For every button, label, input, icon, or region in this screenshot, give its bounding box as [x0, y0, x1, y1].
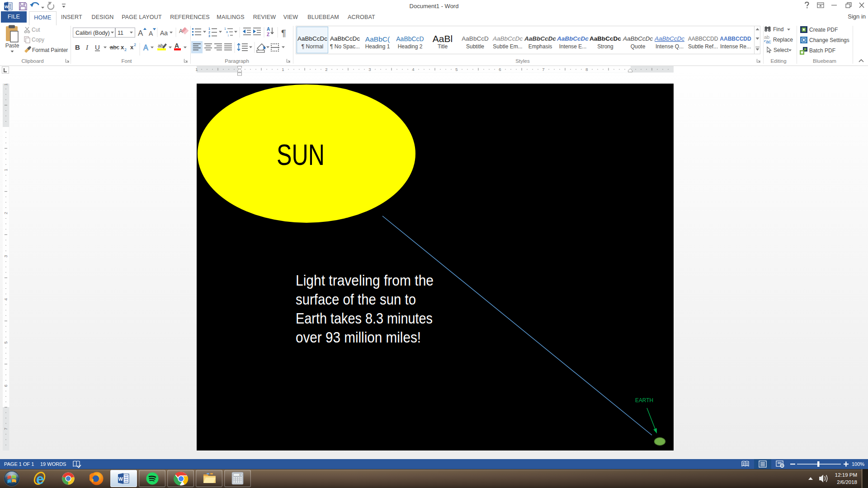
svg-text:Emphasis: Emphasis: [528, 43, 552, 50]
svg-text:Change Settings: Change Settings: [809, 37, 849, 43]
svg-text:6: 6: [3, 385, 8, 387]
svg-text:Intense Q...: Intense Q...: [656, 43, 684, 50]
svg-text:2: 2: [134, 42, 136, 47]
svg-text:AABBCCDD: AABBCCDD: [720, 36, 751, 42]
svg-text:Subtle Em...: Subtle Em...: [493, 43, 522, 50]
svg-text:AaBbCcDc: AaBbCcDc: [524, 35, 556, 42]
svg-text:Find: Find: [773, 26, 783, 33]
svg-text:Intense E...: Intense E...: [559, 43, 587, 50]
svg-text:B: B: [75, 43, 80, 51]
svg-text:A: A: [149, 30, 153, 37]
svg-text:3: 3: [3, 255, 8, 257]
svg-text:¶ No Spac...: ¶ No Spac...: [330, 43, 360, 50]
svg-text:AaBbCcDc: AaBbCcDc: [297, 35, 327, 42]
svg-text:a: a: [226, 30, 228, 33]
svg-text:I: I: [85, 44, 89, 51]
svg-text:AaBbCcDc: AaBbCcDc: [623, 35, 653, 42]
svg-text:i: i: [228, 34, 229, 37]
svg-text:AABBCCDD: AABBCCDD: [688, 36, 718, 42]
svg-text:EARTH: EARTH: [635, 397, 653, 404]
svg-text:A: A: [175, 42, 179, 49]
svg-text:Light traveling from the: Light traveling from the: [296, 272, 434, 289]
svg-text:12:19 PM: 12:19 PM: [835, 472, 857, 478]
svg-text:Format Painter: Format Painter: [32, 47, 68, 53]
svg-text:AaBbCcDc: AaBbCcDc: [654, 35, 684, 42]
svg-text:Paste: Paste: [5, 42, 19, 49]
svg-text:AaBbCcDc: AaBbCcDc: [557, 35, 589, 42]
svg-text:AaBbCcD: AaBbCcD: [462, 35, 489, 42]
svg-text:x: x: [130, 44, 134, 51]
svg-text:11: 11: [118, 30, 123, 36]
svg-text:7: 7: [542, 67, 544, 72]
svg-text:Subtitle: Subtitle: [466, 43, 484, 50]
svg-text:Heading 2: Heading 2: [398, 43, 423, 50]
svg-text:4: 4: [412, 67, 414, 72]
svg-text:1: 1: [3, 169, 8, 171]
svg-text:Batch PDF: Batch PDF: [809, 47, 835, 54]
svg-text:0: 0: [239, 474, 241, 476]
svg-text:Title: Title: [438, 43, 448, 50]
svg-text:Earth takes 8.3 minutes: Earth takes 8.3 minutes: [296, 310, 433, 327]
svg-text:2: 2: [208, 31, 210, 34]
svg-text:Calibri (Body): Calibri (Body): [75, 30, 110, 36]
svg-text:AaBbCcDc: AaBbCcDc: [330, 35, 360, 42]
svg-text:AaBl: AaBl: [433, 33, 453, 44]
svg-text:Quote: Quote: [631, 43, 646, 50]
svg-text:e: e: [36, 471, 44, 486]
svg-text:AaBbCcDc: AaBbCcDc: [590, 35, 621, 42]
svg-text:2: 2: [3, 212, 8, 214]
svg-text:AaBbCcD: AaBbCcD: [396, 35, 424, 42]
svg-text:1: 1: [3, 83, 8, 85]
svg-text:3: 3: [208, 34, 210, 38]
svg-text:5: 5: [3, 341, 8, 343]
svg-text:¶ Normal: ¶ Normal: [302, 43, 323, 50]
svg-text:A: A: [138, 29, 143, 38]
svg-text:SUN: SUN: [277, 139, 325, 171]
svg-text:U: U: [95, 43, 100, 51]
svg-text:Select: Select: [774, 47, 789, 53]
svg-text:6: 6: [499, 67, 501, 72]
svg-text:W: W: [5, 5, 9, 9]
svg-text:ac: ac: [766, 39, 771, 44]
svg-text:Subtle Ref...: Subtle Ref...: [688, 43, 718, 50]
svg-text:Z: Z: [267, 32, 269, 37]
svg-text:5: 5: [455, 67, 458, 72]
svg-text:over 93 million miles!: over 93 million miles!: [296, 328, 421, 346]
svg-text:A: A: [143, 44, 148, 52]
svg-text:7: 7: [3, 427, 8, 430]
svg-text:Create PDF: Create PDF: [809, 27, 838, 33]
svg-text:Aa: Aa: [160, 29, 168, 37]
svg-text:2/6/2018: 2/6/2018: [837, 479, 857, 485]
svg-text:1: 1: [224, 27, 226, 30]
svg-text:Cut: Cut: [32, 27, 40, 33]
svg-text:Intense Re...: Intense Re...: [720, 43, 751, 50]
svg-text:2: 2: [325, 67, 327, 72]
svg-text:W: W: [118, 476, 123, 482]
svg-text:1: 1: [282, 67, 284, 72]
svg-text:AaBbC(: AaBbC(: [365, 35, 390, 43]
svg-text:1: 1: [208, 27, 210, 30]
svg-text:4: 4: [3, 298, 8, 300]
svg-text:Strong: Strong: [597, 43, 613, 50]
svg-text:surface of the sun to: surface of the sun to: [296, 291, 416, 308]
svg-text:Replace: Replace: [773, 37, 793, 43]
svg-text:2: 2: [124, 47, 127, 52]
svg-text:1: 1: [195, 67, 198, 72]
svg-text:A: A: [267, 27, 270, 32]
svg-text:x: x: [121, 44, 124, 51]
svg-text:Heading 1: Heading 1: [365, 43, 390, 50]
svg-text:Copy: Copy: [32, 37, 44, 43]
svg-text:8: 8: [585, 67, 588, 72]
svg-text:3: 3: [368, 67, 371, 72]
svg-text:¶: ¶: [281, 28, 286, 38]
svg-text:AaBbCcDc: AaBbCcDc: [492, 35, 523, 42]
